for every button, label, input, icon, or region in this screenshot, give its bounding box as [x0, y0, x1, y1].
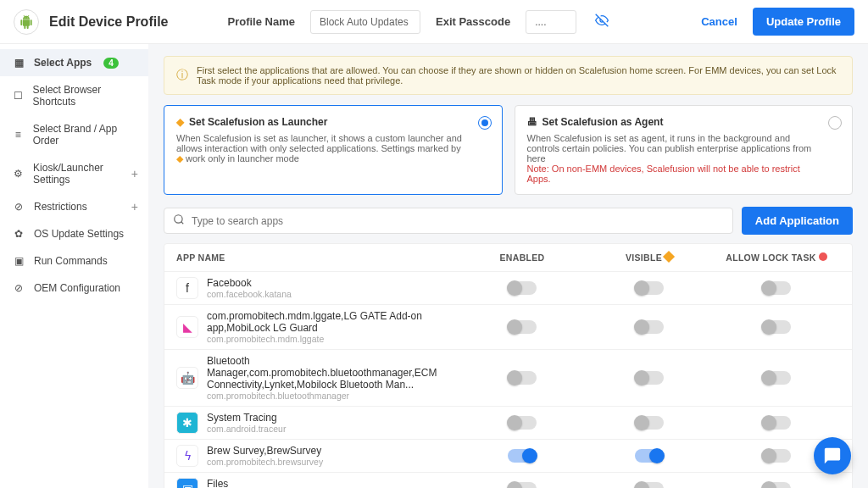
sidebar-item-browser-shortcuts[interactable]: ☐ Select Browser Shortcuts — [0, 76, 148, 115]
table-row: ϟ Brew Survey,BrewSurvey com.promobitech… — [164, 439, 852, 472]
expand-icon[interactable]: + — [131, 167, 138, 180]
table-row: 🤖 Bluetooth Manager,com.promobitech.blue… — [164, 349, 852, 406]
table-row: ✱ System Tracing com.android.traceur — [164, 406, 852, 439]
add-application-button[interactable]: Add Application — [742, 207, 853, 235]
sidebar-item-kiosk-settings[interactable]: ⚙ Kiosk/Launcher Settings + — [0, 154, 148, 193]
sidebar-item-label: Select Browser Shortcuts — [33, 84, 136, 108]
sidebar-item-label: Restrictions — [34, 201, 87, 213]
toolbar: Add Application — [164, 207, 853, 235]
mode-launcher-card[interactable]: ◆ Set Scalefusion as Launcher When Scale… — [164, 105, 503, 195]
locktask-toggle[interactable] — [762, 371, 791, 385]
table-row: ◣ com.promobitech.mdm.lggate,LG GATE Add… — [164, 304, 852, 349]
terminal-icon: ▣ — [12, 255, 25, 267]
chat-button[interactable] — [814, 437, 851, 474]
locktask-toggle[interactable] — [762, 482, 791, 488]
sidebar-item-label: OEM Configuration — [34, 282, 120, 294]
apps-count-badge: 4 — [103, 58, 119, 69]
app-package: com.promobitech.brewsurvey — [207, 457, 323, 467]
app-name: com.promobitech.mdm.lggate,LG GATE Add-o… — [207, 310, 459, 334]
card-note: Note: On non-EMM devices, Scalefusion wi… — [527, 164, 817, 184]
apps-table: APP NAME ENABLED VISIBLE ALLOW LOCK TASK… — [164, 243, 853, 488]
app-cell: f Facebook com.facebook.katana — [176, 277, 459, 299]
app-package: com.android.traceur — [207, 424, 286, 434]
enabled-toggle[interactable] — [508, 281, 537, 295]
radio-unselected[interactable] — [828, 116, 842, 130]
svg-point-0 — [175, 215, 182, 223]
col-visible: VISIBLE — [586, 252, 713, 263]
card-title-text: Set Scalefusion as Launcher — [189, 116, 327, 128]
app-icon: f — [176, 277, 198, 299]
app-cell: ▣ Files com.android.documentsui — [176, 478, 459, 488]
sidebar-item-label: OS Update Settings — [34, 228, 124, 240]
enabled-toggle[interactable] — [508, 449, 537, 463]
profile-name-label: Profile Name — [228, 15, 295, 28]
app-package: com.facebook.katana — [207, 289, 292, 299]
sidebar-item-label: Select Apps — [34, 57, 92, 69]
visible-toggle[interactable] — [635, 281, 664, 295]
sidebar-item-select-apps[interactable]: ▦ Select Apps 4 — [0, 49, 148, 76]
page-title: Edit Device Profile — [49, 14, 169, 30]
warn-icon — [819, 252, 827, 261]
gear-icon: ⚙ — [12, 168, 25, 180]
locktask-toggle[interactable] — [762, 416, 791, 430]
chat-icon — [823, 446, 842, 465]
locktask-toggle[interactable] — [762, 449, 791, 463]
update-profile-button[interactable]: Update Profile — [753, 8, 854, 36]
col-enabled: ENABLED — [459, 252, 586, 263]
sidebar-item-label: Run Commands — [34, 255, 108, 267]
eye-off-icon[interactable] — [595, 14, 609, 30]
visible-toggle[interactable] — [635, 371, 664, 385]
card-body: When Scalefusion is set as launcher, it … — [176, 133, 466, 164]
app-icon: 🤖 — [176, 367, 198, 389]
exit-passcode-label: Exit Passcode — [436, 15, 510, 28]
app-icon: ▣ — [176, 478, 198, 488]
visible-toggle[interactable] — [635, 416, 664, 430]
app-cell: ϟ Brew Survey,BrewSurvey com.promobitech… — [176, 445, 459, 467]
search-box[interactable] — [164, 208, 733, 234]
main-content: ⓘ First select the applications that are… — [148, 44, 868, 488]
profile-name-input[interactable] — [310, 10, 420, 34]
info-text: First select the applications that are a… — [197, 65, 840, 86]
app-cell: 🤖 Bluetooth Manager,com.promobitech.blue… — [176, 355, 459, 401]
mode-agent-card[interactable]: 🖶 Set Scalefusion as Agent When Scalefus… — [515, 105, 854, 195]
search-icon — [173, 214, 185, 228]
bookmark-icon: ☐ — [12, 90, 25, 102]
apps-icon: ▦ — [12, 57, 25, 69]
exit-passcode-input[interactable] — [526, 10, 576, 34]
search-input[interactable] — [192, 215, 724, 227]
app-cell: ◣ com.promobitech.mdm.lggate,LG GATE Add… — [176, 310, 459, 344]
enabled-toggle[interactable] — [508, 416, 537, 430]
visible-toggle[interactable] — [635, 449, 664, 463]
sidebar: ▦ Select Apps 4 ☐ Select Browser Shortcu… — [0, 44, 148, 488]
sidebar-item-run-commands[interactable]: ▣ Run Commands — [0, 247, 148, 274]
visible-toggle[interactable] — [635, 320, 664, 334]
app-icon: ϟ — [176, 445, 198, 467]
app-name: Bluetooth Manager,com.promobitech.blueto… — [207, 355, 459, 391]
card-title-text: Set Scalefusion as Agent — [542, 116, 664, 128]
sidebar-item-os-update[interactable]: ✿ OS Update Settings — [0, 220, 148, 247]
app-package: com.promobitech.bluetoothmanager — [207, 391, 459, 401]
locktask-toggle[interactable] — [762, 281, 791, 295]
header-fields: Profile Name Exit Passcode — [228, 10, 609, 34]
app-name: Facebook — [207, 277, 292, 289]
sort-icon: ≡ — [12, 129, 25, 141]
radio-selected[interactable] — [478, 116, 492, 130]
app-package: com.promobitech.mdm.lggate — [207, 334, 459, 344]
expand-icon[interactable]: + — [131, 200, 138, 214]
sidebar-item-restrictions[interactable]: ⊘ Restrictions + — [0, 193, 148, 220]
block-icon: ⊘ — [12, 282, 25, 294]
mode-cards: ◆ Set Scalefusion as Launcher When Scale… — [164, 105, 853, 195]
app-icon: ◣ — [176, 316, 198, 338]
app-name: Brew Survey,BrewSurvey — [207, 445, 323, 457]
enabled-toggle[interactable] — [508, 371, 537, 385]
locktask-toggle[interactable] — [762, 320, 791, 334]
sidebar-item-oem-config[interactable]: ⊘ OEM Configuration — [0, 274, 148, 302]
table-header: APP NAME ENABLED VISIBLE ALLOW LOCK TASK — [164, 244, 852, 271]
update-icon: ✿ — [12, 228, 25, 240]
sidebar-item-brand-order[interactable]: ≡ Select Brand / App Order — [0, 115, 148, 154]
enabled-toggle[interactable] — [508, 482, 537, 488]
cancel-button[interactable]: Cancel — [701, 15, 737, 28]
visible-toggle[interactable] — [635, 482, 664, 488]
enabled-toggle[interactable] — [508, 320, 537, 334]
block-icon: ⊘ — [12, 201, 25, 213]
